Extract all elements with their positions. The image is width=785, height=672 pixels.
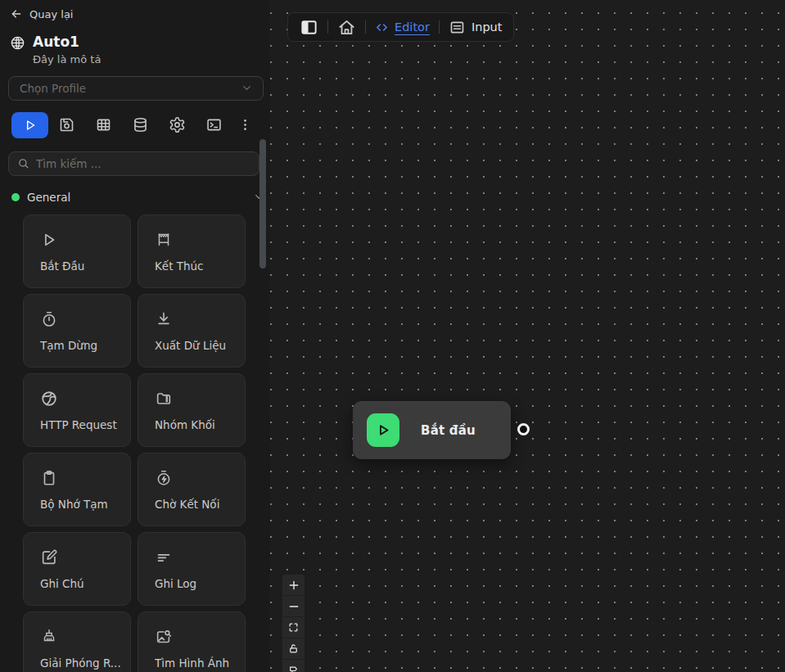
block-card-bat-dau[interactable]: Bắt Đầu <box>23 214 131 288</box>
fit-view-button[interactable] <box>282 617 305 638</box>
table-button[interactable] <box>85 112 122 138</box>
workflow-description: Đây là mô tả <box>33 53 101 65</box>
block-card-tam-dung[interactable]: Tạm Dừng <box>23 294 131 368</box>
profile-select[interactable]: Chọn Profile <box>8 76 264 101</box>
workflow-header: Auto1 Đây là mô tả <box>10 34 270 65</box>
play-icon <box>24 119 37 132</box>
block-card-ghi-log[interactable]: Ghi Log <box>138 532 246 606</box>
home-button[interactable] <box>337 18 356 37</box>
sidebar: Quay lại Auto1 Đây là mô tả Chọn Profile <box>0 0 270 672</box>
image-search-icon <box>155 628 237 646</box>
workflow-title: Auto1 <box>33 34 101 51</box>
back-label: Quay lại <box>29 8 73 20</box>
divider <box>365 20 366 34</box>
folder-group-icon <box>155 390 237 408</box>
more-button[interactable] <box>232 112 257 138</box>
kebab-menu-icon <box>237 117 253 133</box>
toggle-sidebar-button[interactable] <box>300 18 318 37</box>
block-card-xuat-du-lieu[interactable]: Xuất Dữ Liệu <box>138 294 246 368</box>
chevron-down-icon <box>241 82 253 94</box>
database-icon <box>132 116 149 133</box>
node-play-icon <box>367 413 399 447</box>
home-icon <box>337 18 356 37</box>
search-input[interactable] <box>36 157 250 170</box>
search-icon <box>17 157 29 169</box>
save-icon <box>58 116 75 133</box>
table-icon <box>95 116 112 133</box>
canvas-topbar: Editor Input <box>287 12 514 42</box>
download-icon <box>155 310 237 328</box>
broom-icon <box>40 628 122 646</box>
node-output-handle[interactable] <box>517 423 530 435</box>
zoom-in-button[interactable] <box>282 575 305 596</box>
save-button[interactable] <box>48 112 85 138</box>
node-label: Bắt đầu <box>421 423 476 438</box>
section-label: General <box>27 191 253 204</box>
flow-canvas[interactable]: Editor Input Bắt đầu <box>270 0 785 672</box>
timer-bolt-icon <box>155 469 237 487</box>
sidebar-scrollbar[interactable] <box>259 139 266 268</box>
block-card-http-request[interactable]: HTTP Request <box>23 373 131 447</box>
code-icon <box>375 20 389 34</box>
panel-left-icon <box>300 18 318 37</box>
divider <box>327 20 328 34</box>
back-button[interactable]: Quay lại <box>10 7 73 20</box>
clipboard-icon <box>40 469 122 487</box>
blocks-grid: Bắt Đầu Kết Thúc Tạm Dừng <box>23 214 246 672</box>
timer-icon <box>40 310 122 328</box>
gear-icon <box>169 116 186 133</box>
log-lines-icon <box>155 548 237 566</box>
status-dot <box>11 193 20 201</box>
extra-control-button[interactable] <box>282 660 305 672</box>
canvas-controls <box>282 575 305 672</box>
console-button[interactable] <box>196 112 232 138</box>
block-card-ket-thuc[interactable]: Kết Thúc <box>138 214 246 288</box>
node-start[interactable]: Bắt đầu <box>353 401 511 459</box>
block-card-tim-hinh-anh[interactable]: Tìm Hình Ảnh <box>138 611 246 672</box>
divider <box>439 20 440 34</box>
section-general[interactable]: General <box>11 191 265 204</box>
block-card-giai-phong-ram[interactable]: Giải Phóng R... <box>23 611 131 672</box>
block-card-ghi-chu[interactable]: Ghi Chú <box>23 532 131 606</box>
tab-editor[interactable]: Editor <box>375 20 430 34</box>
play-outline-icon <box>40 231 122 249</box>
form-input-icon <box>449 19 466 36</box>
tab-input[interactable]: Input <box>449 19 503 36</box>
arrow-left-icon <box>10 7 23 20</box>
settings-button[interactable] <box>159 112 196 138</box>
run-workflow-button[interactable] <box>11 112 48 138</box>
block-card-cho-ket-noi[interactable]: Chờ Kết Nối <box>138 453 246 526</box>
block-card-bo-nho-tam[interactable]: Bộ Nhớ Tạm <box>23 453 131 526</box>
editor-tab-label: Editor <box>395 20 430 34</box>
block-card-nhom-khoi[interactable]: Nhóm Khối <box>138 373 246 447</box>
input-tab-label: Input <box>471 20 503 34</box>
note-edit-icon <box>40 548 122 566</box>
sidebar-toolbar <box>8 112 270 138</box>
terminal-icon <box>205 116 223 133</box>
globe-icon <box>10 35 25 51</box>
database-button[interactable] <box>122 112 159 138</box>
profile-select-placeholder: Chọn Profile <box>20 82 86 95</box>
globe-icon <box>40 390 122 408</box>
search-box <box>8 151 259 176</box>
zoom-out-button[interactable] <box>282 596 305 617</box>
unlock-button[interactable] <box>282 638 305 660</box>
finish-goal-icon <box>155 231 237 249</box>
